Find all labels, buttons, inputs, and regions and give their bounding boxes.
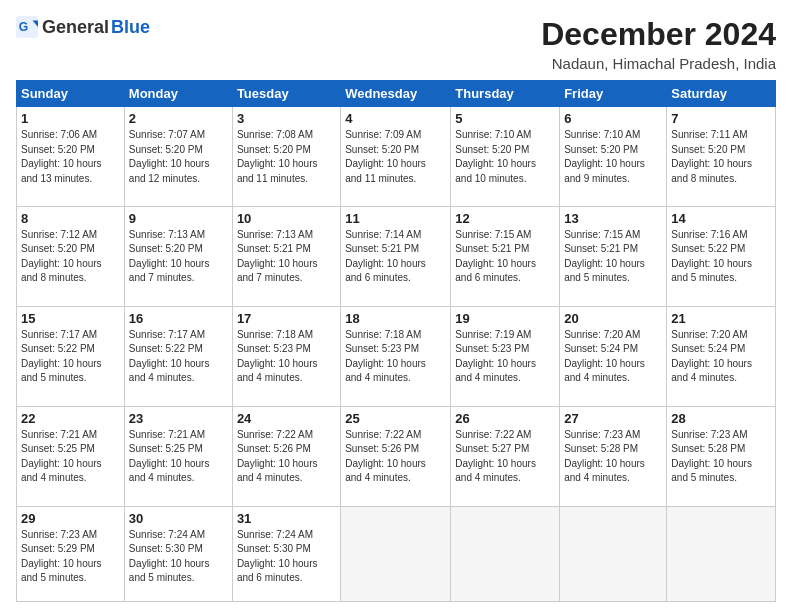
day-info: Sunrise: 7:12 AM Sunset: 5:20 PM Dayligh… [21, 228, 120, 286]
day-number: 6 [564, 111, 662, 126]
location: Nadaun, Himachal Pradesh, India [541, 55, 776, 72]
calendar-cell: 27Sunrise: 7:23 AM Sunset: 5:28 PM Dayli… [560, 406, 667, 506]
calendar-cell: 7Sunrise: 7:11 AM Sunset: 5:20 PM Daylig… [667, 107, 776, 207]
day-number: 24 [237, 411, 336, 426]
day-info: Sunrise: 7:22 AM Sunset: 5:26 PM Dayligh… [345, 428, 446, 486]
col-header-friday: Friday [560, 81, 667, 107]
calendar-cell: 3Sunrise: 7:08 AM Sunset: 5:20 PM Daylig… [232, 107, 340, 207]
day-number: 21 [671, 311, 771, 326]
calendar-cell: 10Sunrise: 7:13 AM Sunset: 5:21 PM Dayli… [232, 206, 340, 306]
day-info: Sunrise: 7:08 AM Sunset: 5:20 PM Dayligh… [237, 128, 336, 186]
day-number: 10 [237, 211, 336, 226]
day-number: 29 [21, 511, 120, 526]
day-number: 9 [129, 211, 228, 226]
col-header-thursday: Thursday [451, 81, 560, 107]
day-info: Sunrise: 7:18 AM Sunset: 5:23 PM Dayligh… [345, 328, 446, 386]
day-number: 5 [455, 111, 555, 126]
calendar-cell: 29Sunrise: 7:23 AM Sunset: 5:29 PM Dayli… [17, 506, 125, 601]
calendar-cell [341, 506, 451, 601]
calendar-cell: 14Sunrise: 7:16 AM Sunset: 5:22 PM Dayli… [667, 206, 776, 306]
day-number: 1 [21, 111, 120, 126]
col-header-wednesday: Wednesday [341, 81, 451, 107]
day-info: Sunrise: 7:22 AM Sunset: 5:26 PM Dayligh… [237, 428, 336, 486]
calendar-cell: 8Sunrise: 7:12 AM Sunset: 5:20 PM Daylig… [17, 206, 125, 306]
day-number: 11 [345, 211, 446, 226]
calendar-week-2: 8Sunrise: 7:12 AM Sunset: 5:20 PM Daylig… [17, 206, 776, 306]
calendar-cell: 25Sunrise: 7:22 AM Sunset: 5:26 PM Dayli… [341, 406, 451, 506]
calendar-cell: 11Sunrise: 7:14 AM Sunset: 5:21 PM Dayli… [341, 206, 451, 306]
calendar-cell: 15Sunrise: 7:17 AM Sunset: 5:22 PM Dayli… [17, 306, 125, 406]
calendar-cell: 28Sunrise: 7:23 AM Sunset: 5:28 PM Dayli… [667, 406, 776, 506]
day-info: Sunrise: 7:09 AM Sunset: 5:20 PM Dayligh… [345, 128, 446, 186]
calendar-cell [451, 506, 560, 601]
day-number: 20 [564, 311, 662, 326]
day-number: 14 [671, 211, 771, 226]
page: G GeneralBlue December 2024 Nadaun, Hima… [0, 0, 792, 612]
calendar-week-1: 1Sunrise: 7:06 AM Sunset: 5:20 PM Daylig… [17, 107, 776, 207]
day-info: Sunrise: 7:23 AM Sunset: 5:28 PM Dayligh… [671, 428, 771, 486]
calendar-cell: 13Sunrise: 7:15 AM Sunset: 5:21 PM Dayli… [560, 206, 667, 306]
calendar-week-3: 15Sunrise: 7:17 AM Sunset: 5:22 PM Dayli… [17, 306, 776, 406]
day-info: Sunrise: 7:24 AM Sunset: 5:30 PM Dayligh… [237, 528, 336, 586]
day-info: Sunrise: 7:07 AM Sunset: 5:20 PM Dayligh… [129, 128, 228, 186]
day-number: 19 [455, 311, 555, 326]
calendar-cell [667, 506, 776, 601]
calendar-cell: 30Sunrise: 7:24 AM Sunset: 5:30 PM Dayli… [124, 506, 232, 601]
logo-general: General [42, 17, 109, 38]
calendar-cell: 31Sunrise: 7:24 AM Sunset: 5:30 PM Dayli… [232, 506, 340, 601]
day-info: Sunrise: 7:13 AM Sunset: 5:21 PM Dayligh… [237, 228, 336, 286]
day-number: 31 [237, 511, 336, 526]
day-number: 3 [237, 111, 336, 126]
calendar-cell: 5Sunrise: 7:10 AM Sunset: 5:20 PM Daylig… [451, 107, 560, 207]
logo: G GeneralBlue [16, 16, 150, 38]
calendar-cell: 19Sunrise: 7:19 AM Sunset: 5:23 PM Dayli… [451, 306, 560, 406]
day-number: 17 [237, 311, 336, 326]
day-number: 18 [345, 311, 446, 326]
col-header-saturday: Saturday [667, 81, 776, 107]
day-info: Sunrise: 7:15 AM Sunset: 5:21 PM Dayligh… [455, 228, 555, 286]
col-header-monday: Monday [124, 81, 232, 107]
day-number: 12 [455, 211, 555, 226]
svg-text:G: G [19, 20, 28, 34]
day-number: 15 [21, 311, 120, 326]
calendar-table: SundayMondayTuesdayWednesdayThursdayFrid… [16, 80, 776, 602]
day-number: 2 [129, 111, 228, 126]
calendar-week-5: 29Sunrise: 7:23 AM Sunset: 5:29 PM Dayli… [17, 506, 776, 601]
day-info: Sunrise: 7:15 AM Sunset: 5:21 PM Dayligh… [564, 228, 662, 286]
logo-blue: Blue [111, 17, 150, 38]
col-header-sunday: Sunday [17, 81, 125, 107]
day-info: Sunrise: 7:21 AM Sunset: 5:25 PM Dayligh… [129, 428, 228, 486]
day-number: 25 [345, 411, 446, 426]
calendar-cell: 6Sunrise: 7:10 AM Sunset: 5:20 PM Daylig… [560, 107, 667, 207]
day-number: 28 [671, 411, 771, 426]
day-number: 13 [564, 211, 662, 226]
logo-icon: G [16, 16, 38, 38]
day-info: Sunrise: 7:17 AM Sunset: 5:22 PM Dayligh… [21, 328, 120, 386]
day-number: 8 [21, 211, 120, 226]
day-info: Sunrise: 7:17 AM Sunset: 5:22 PM Dayligh… [129, 328, 228, 386]
day-info: Sunrise: 7:23 AM Sunset: 5:28 PM Dayligh… [564, 428, 662, 486]
calendar-cell: 24Sunrise: 7:22 AM Sunset: 5:26 PM Dayli… [232, 406, 340, 506]
calendar-cell: 20Sunrise: 7:20 AM Sunset: 5:24 PM Dayli… [560, 306, 667, 406]
day-number: 22 [21, 411, 120, 426]
day-info: Sunrise: 7:24 AM Sunset: 5:30 PM Dayligh… [129, 528, 228, 586]
calendar-cell: 18Sunrise: 7:18 AM Sunset: 5:23 PM Dayli… [341, 306, 451, 406]
calendar-cell: 21Sunrise: 7:20 AM Sunset: 5:24 PM Dayli… [667, 306, 776, 406]
calendar-cell: 22Sunrise: 7:21 AM Sunset: 5:25 PM Dayli… [17, 406, 125, 506]
day-number: 23 [129, 411, 228, 426]
day-info: Sunrise: 7:22 AM Sunset: 5:27 PM Dayligh… [455, 428, 555, 486]
calendar-cell: 12Sunrise: 7:15 AM Sunset: 5:21 PM Dayli… [451, 206, 560, 306]
day-info: Sunrise: 7:10 AM Sunset: 5:20 PM Dayligh… [455, 128, 555, 186]
calendar-cell: 23Sunrise: 7:21 AM Sunset: 5:25 PM Dayli… [124, 406, 232, 506]
header: G GeneralBlue December 2024 Nadaun, Hima… [16, 16, 776, 72]
day-info: Sunrise: 7:20 AM Sunset: 5:24 PM Dayligh… [564, 328, 662, 386]
day-number: 26 [455, 411, 555, 426]
logo-text: G GeneralBlue [16, 16, 150, 38]
day-number: 16 [129, 311, 228, 326]
title-section: December 2024 Nadaun, Himachal Pradesh, … [541, 16, 776, 72]
day-info: Sunrise: 7:20 AM Sunset: 5:24 PM Dayligh… [671, 328, 771, 386]
day-info: Sunrise: 7:21 AM Sunset: 5:25 PM Dayligh… [21, 428, 120, 486]
calendar-cell [560, 506, 667, 601]
calendar-cell: 17Sunrise: 7:18 AM Sunset: 5:23 PM Dayli… [232, 306, 340, 406]
col-header-tuesday: Tuesday [232, 81, 340, 107]
